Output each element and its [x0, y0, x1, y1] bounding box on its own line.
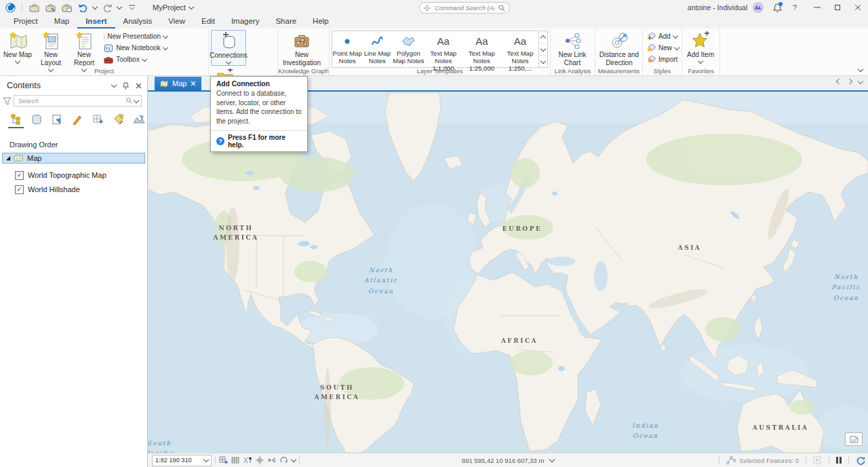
gallery-scroll-up-button[interactable]: [539, 31, 547, 43]
list-by-perspective-button[interactable]: [132, 112, 147, 127]
clear-selection-icon[interactable]: [813, 456, 822, 464]
layer-row-world-hillshade[interactable]: World Hillshade: [0, 184, 147, 195]
command-search[interactable]: [419, 2, 510, 14]
list-by-selection-button[interactable]: [50, 112, 65, 127]
gallery-scroll-down-button[interactable]: [539, 43, 547, 56]
arcgis-pro-logo-icon[interactable]: [4, 1, 16, 14]
add-item-button[interactable]: Add Item: [684, 30, 717, 64]
tab-project[interactable]: Project: [5, 15, 46, 29]
filter-icon[interactable]: [3, 97, 12, 105]
connections-button[interactable]: Connections: [211, 30, 246, 66]
flip-icon[interactable]: [267, 456, 276, 464]
text-map-notes-1000-button[interactable]: Aa Text Map Notes 1:1,000: [425, 31, 462, 67]
undo-icon[interactable]: [77, 1, 89, 14]
map-view-tab[interactable]: Map: [155, 77, 201, 90]
selected-features-icon[interactable]: [726, 456, 736, 464]
new-notebook-label: New Notebook: [116, 44, 161, 52]
new-investigation-icon: [292, 31, 311, 51]
contents-close-icon[interactable]: [136, 83, 142, 89]
new-layout-button[interactable]: New Layout: [35, 30, 66, 73]
help-icon[interactable]: ?: [788, 3, 802, 12]
selected-features-label[interactable]: Selected Features: 0: [739, 457, 799, 464]
pause-drawing-icon[interactable]: [836, 457, 842, 464]
columns-icon[interactable]: [231, 456, 239, 464]
gallery-expand-button[interactable]: [539, 56, 547, 67]
collapse-ribbon-icon[interactable]: [858, 67, 863, 72]
new-map-button[interactable]: New Map: [2, 30, 33, 64]
tools-chevron-icon[interactable]: [291, 457, 296, 462]
layer-row-world-topographic[interactable]: World Topographic Map: [0, 170, 147, 181]
minimize-button[interactable]: [807, 0, 827, 15]
contents-menu-chevron-icon[interactable]: [111, 82, 117, 88]
grid-plus-icon[interactable]: [219, 456, 228, 464]
new-report-button[interactable]: New Report: [68, 30, 100, 73]
notifications-bell-icon[interactable]: [770, 0, 784, 15]
layer-templates-group-label: Layer Templates: [330, 67, 550, 75]
refresh-icon[interactable]: [856, 456, 865, 465]
rotate-selector-icon[interactable]: [279, 456, 288, 464]
distance-and-direction-button[interactable]: Distance and Direction: [597, 30, 641, 67]
new-notebook-chevron-icon: [163, 44, 168, 50]
point-map-notes-button[interactable]: Point Map Notes: [332, 31, 362, 67]
pin-icon[interactable]: [123, 82, 129, 90]
close-tab-icon[interactable]: [191, 81, 196, 86]
save-project-as-icon[interactable]: [44, 1, 56, 14]
layer-checkbox[interactable]: [15, 171, 24, 180]
toolbox-button[interactable]: Toolbox: [102, 54, 170, 65]
coordinates-value[interactable]: 891 595,42 10 916 607,33 m: [462, 457, 545, 464]
ribbon-group-connections: Connections Add Folder: [209, 29, 278, 75]
new-presentation-button[interactable]: New Presentation: [102, 31, 170, 42]
undo-dropdown-chevron-icon[interactable]: [92, 4, 98, 10]
scale-value: 1:82 190 310: [155, 457, 192, 464]
crosshair-icon[interactable]: [256, 456, 264, 464]
tab-list-chevron-icon[interactable]: [858, 79, 863, 84]
list-by-snapping-button[interactable]: [90, 112, 106, 127]
coordinates-chevron-icon[interactable]: [549, 456, 555, 462]
tab-insert[interactable]: Insert: [77, 15, 115, 29]
polygon-map-notes-button[interactable]: Polygon Map Notes: [393, 31, 425, 67]
tab-edit[interactable]: Edit: [193, 15, 223, 29]
contents-search-box[interactable]: [14, 95, 142, 107]
tab-analysis[interactable]: Analysis: [115, 15, 161, 29]
next-tab-icon[interactable]: [847, 79, 852, 84]
map-overview-button[interactable]: [845, 432, 863, 446]
customize-quick-access-icon[interactable]: [125, 1, 138, 14]
command-search-input[interactable]: [433, 4, 496, 12]
avatar[interactable]: AL: [753, 2, 764, 13]
contents-search-input[interactable]: [17, 96, 124, 105]
list-by-labeling-button[interactable]: [111, 112, 126, 127]
layer-checkbox[interactable]: [15, 185, 24, 194]
save-project-icon[interactable]: [28, 1, 40, 14]
close-button[interactable]: [848, 0, 868, 15]
styles-add-button[interactable]: Add: [645, 31, 681, 42]
tab-imagery[interactable]: Imagery: [223, 15, 268, 29]
tab-share[interactable]: Share: [267, 15, 304, 29]
expander-icon[interactable]: [6, 156, 10, 160]
new-investigation-button[interactable]: New Investigation: [280, 30, 323, 67]
styles-import-button[interactable]: Import: [645, 54, 681, 65]
xy-coordinates-icon[interactable]: [243, 456, 252, 464]
text-map-notes-250000-button[interactable]: Aa Text Map Notes 1:250,...: [502, 31, 539, 67]
list-by-editing-button[interactable]: [70, 112, 85, 127]
tab-map[interactable]: Map: [46, 15, 77, 29]
redo-dropdown-chevron-icon[interactable]: [117, 4, 122, 10]
tab-help[interactable]: Help: [304, 15, 337, 29]
previous-tab-icon[interactable]: [836, 79, 842, 84]
scale-combobox[interactable]: 1:82 190 310: [152, 455, 212, 466]
project-title[interactable]: MyProject: [153, 3, 193, 12]
contents-title: Contents: [7, 81, 112, 90]
text-map-notes-25000-button[interactable]: Aa Text Map Notes 1:25,000: [462, 31, 501, 67]
list-by-data-source-button[interactable]: [28, 112, 44, 127]
tab-view[interactable]: View: [160, 15, 193, 29]
account-label[interactable]: antoine - Individual: [688, 3, 747, 12]
styles-new-button[interactable]: New: [645, 42, 681, 54]
new-notebook-button[interactable]: New Notebook: [102, 42, 170, 54]
search-options-chevron-icon[interactable]: [134, 97, 139, 102]
line-map-notes-button[interactable]: Line Map Notes: [362, 31, 392, 67]
maximize-button[interactable]: [827, 0, 848, 15]
redo-icon[interactable]: [101, 1, 113, 14]
package-project-icon[interactable]: [60, 1, 73, 14]
map-tree-item[interactable]: Map: [2, 153, 145, 164]
new-link-chart-button[interactable]: New Link Chart: [553, 30, 592, 67]
list-by-drawing-order-button[interactable]: [8, 112, 24, 128]
